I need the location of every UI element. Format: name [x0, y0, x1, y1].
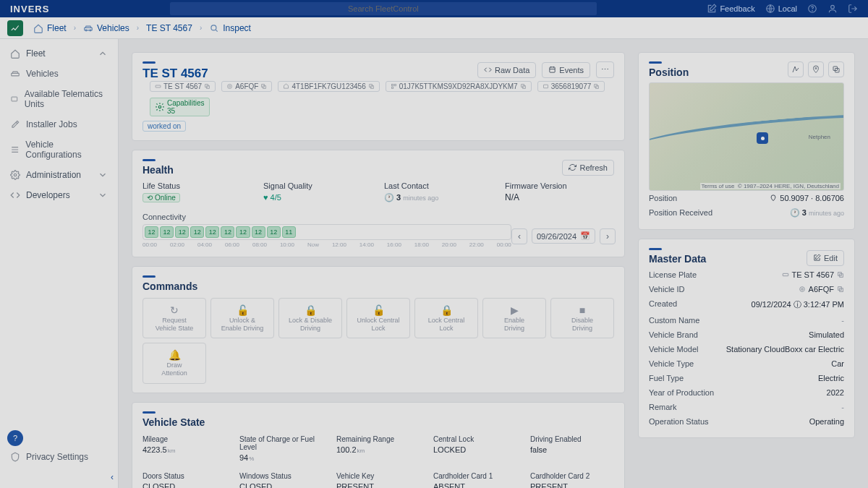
- svg-point-7: [211, 25, 216, 30]
- chip-plate[interactable]: TE ST 4567: [150, 81, 216, 92]
- crumb-fleet[interactable]: Fleet: [33, 23, 67, 33]
- privacy-link[interactable]: Privacy Settings: [10, 452, 88, 462]
- map-pin-icon: [757, 132, 768, 144]
- svg-rect-21: [391, 85, 393, 86]
- topbar: INVERS Feedback Local: [0, 0, 868, 17]
- pin-icon[interactable]: [808, 61, 824, 77]
- commands-title: Commands: [142, 281, 614, 292]
- help-icon[interactable]: [807, 4, 817, 14]
- chart-axis: 00:0002:0004:0006:0008:0010:00Now12:0014…: [142, 241, 511, 248]
- command-button[interactable]: 🔒Lock & DisableDriving: [278, 298, 342, 338]
- copy-icon: [520, 83, 527, 90]
- copy-pos-icon[interactable]: [828, 61, 844, 77]
- command-button[interactable]: 🔓Unlock CentralLock: [346, 298, 410, 338]
- chevron-down-icon: [98, 190, 108, 200]
- master-title: Master Data: [649, 253, 706, 265]
- help-bubble-icon[interactable]: ?: [7, 430, 23, 446]
- sidebar-item-installer[interactable]: Installer Jobs: [0, 114, 118, 134]
- sidebar-item-vehicles[interactable]: Vehicles: [0, 64, 118, 84]
- copy-icon: [260, 83, 267, 90]
- command-button[interactable]: 🔒Lock CentralLock: [414, 298, 478, 338]
- logout-icon[interactable]: [848, 4, 858, 14]
- last-contact: 🕐 3 minutes ago: [384, 193, 438, 202]
- svg-rect-26: [543, 85, 548, 88]
- chevron-down-icon: [98, 170, 108, 180]
- svg-point-15: [228, 85, 232, 89]
- svg-point-3: [831, 5, 835, 9]
- crumb-vehicle[interactable]: TE ST 4567: [146, 23, 192, 33]
- vstate-title: Vehicle State: [142, 416, 614, 428]
- svg-rect-22: [394, 85, 396, 86]
- sidebar-item-telematics[interactable]: Available Telematics Units: [0, 84, 118, 114]
- svg-point-16: [229, 85, 231, 87]
- chip-qnr[interactable]: 01J7K5TTKMS9XD92RA8XJDYKM7: [386, 81, 532, 92]
- sidebar-head-admin[interactable]: Administration: [0, 165, 118, 185]
- master-data-card: Master Data Edit License PlateTE ST 4567…: [638, 239, 855, 438]
- breadcrumb: Fleet › Vehicles › TE ST 4567 › Inspect: [0, 17, 868, 39]
- refresh-button[interactable]: Refresh: [562, 160, 614, 176]
- crumb-vehicles[interactable]: Vehicles: [83, 23, 129, 33]
- health-title: Health: [142, 164, 174, 176]
- edit-button[interactable]: Edit: [807, 250, 844, 266]
- commands-card: Commands ↻RequestVehicle State🔓Unlock &E…: [132, 266, 625, 393]
- svg-rect-33: [783, 273, 788, 275]
- svg-rect-11: [550, 67, 555, 72]
- status-badge: ⟲ Online: [142, 193, 180, 202]
- svg-point-36: [799, 287, 804, 292]
- vehicle-state-card: Vehicle State Mileage4223.5km State of C…: [132, 402, 625, 488]
- copy-icon: [204, 83, 210, 90]
- svg-rect-23: [391, 87, 393, 88]
- command-button[interactable]: 🔔DrawAttention: [142, 343, 206, 383]
- svg-point-30: [815, 68, 817, 69]
- copy-icon: [368, 83, 375, 90]
- svg-point-37: [801, 288, 803, 291]
- command-button[interactable]: ▶EnableDriving: [482, 298, 546, 338]
- vehicle-header-card: Raw Data Events ⋯ TE ST 4567 TE ST 4567 …: [132, 52, 625, 141]
- date-picker[interactable]: 09/26/2024 📅: [532, 228, 595, 244]
- copy-icon: [593, 83, 600, 90]
- chevron-up-icon: [98, 48, 108, 59]
- date-prev-icon[interactable]: ‹: [511, 228, 527, 244]
- command-button[interactable]: 🔓Unlock &Enable Driving: [210, 298, 274, 338]
- copy-icon: [837, 271, 844, 278]
- svg-point-2: [812, 11, 813, 12]
- svg-rect-8: [12, 73, 20, 76]
- sidebar: Fleet Vehicles Available Telematics Unit…: [0, 39, 119, 488]
- sidebar-head-fleet[interactable]: Fleet: [0, 43, 118, 64]
- more-menu-icon[interactable]: ⋯: [596, 61, 614, 78]
- chip-vin[interactable]: 4T1BF1FK7GU123456: [278, 81, 379, 92]
- search-input[interactable]: [170, 2, 597, 15]
- firmware-value: N/A: [505, 192, 519, 202]
- route-icon[interactable]: [788, 61, 804, 77]
- connectivity-chart: 12121212121212121211: [142, 224, 511, 240]
- user-icon[interactable]: [827, 4, 838, 14]
- copy-icon: [837, 286, 844, 293]
- map[interactable]: Netphen Terms of use © 1987–2024 HERE, I…: [649, 82, 844, 191]
- position-card: Position Netphen Terms of use © 1987–202…: [638, 52, 855, 230]
- command-button[interactable]: ■DisableDriving: [550, 298, 614, 338]
- locale-switch[interactable]: Local: [765, 4, 797, 14]
- collapse-sidebar-icon[interactable]: ‹: [111, 472, 114, 482]
- command-button[interactable]: ↻RequestVehicle State: [142, 298, 206, 338]
- date-next-icon[interactable]: ›: [600, 228, 616, 244]
- tag-worked-on[interactable]: worked on: [142, 121, 186, 132]
- connectivity-label: Connectivity: [142, 213, 614, 221]
- chip-serial[interactable]: 3656819077: [537, 81, 605, 92]
- chip-capabilities[interactable]: Capabilities 35: [150, 98, 210, 116]
- health-card: Health Refresh Life Status⟲ Online Signa…: [132, 150, 625, 257]
- signal-value: ♥ 4/5: [263, 193, 281, 202]
- svg-rect-12: [156, 85, 161, 87]
- svg-point-29: [158, 106, 161, 108]
- brand-logo: INVERS: [0, 4, 59, 14]
- svg-rect-9: [12, 97, 17, 101]
- raw-data-button[interactable]: Raw Data: [477, 62, 536, 78]
- crumb-inspect[interactable]: Inspect: [209, 23, 251, 33]
- sidebar-item-config[interactable]: Vehicle Configurations: [0, 134, 118, 165]
- page-title: TE ST 4567: [142, 67, 208, 81]
- chip-vehicle-id[interactable]: A6FQF: [221, 81, 272, 92]
- events-button[interactable]: Events: [542, 62, 590, 78]
- svg-point-10: [14, 174, 17, 176]
- sidebar-head-dev[interactable]: Developers: [0, 185, 118, 205]
- app-tile-icon[interactable]: [7, 20, 23, 36]
- feedback-link[interactable]: Feedback: [707, 4, 754, 14]
